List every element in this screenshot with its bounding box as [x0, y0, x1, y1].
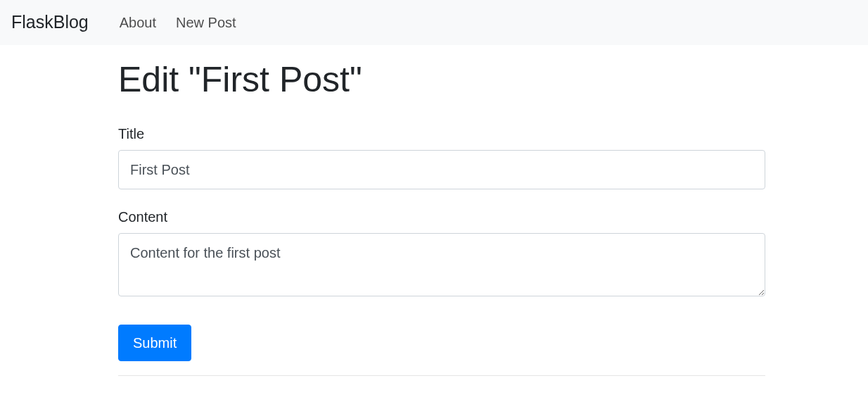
main-container: Edit "First Post" Title Content Content …: [0, 54, 868, 376]
content-label: Content: [118, 206, 765, 227]
page-heading: Edit "First Post": [118, 54, 765, 106]
divider: [118, 375, 765, 376]
nav-link-about[interactable]: About: [111, 6, 165, 39]
nav-link-new-post[interactable]: New Post: [167, 6, 245, 39]
title-input[interactable]: [118, 150, 765, 189]
content-textarea[interactable]: Content for the first post: [118, 233, 765, 296]
brand-link[interactable]: FlaskBlog: [11, 6, 89, 39]
edit-post-form: Title Content Content for the first post…: [118, 123, 765, 361]
title-label: Title: [118, 123, 765, 144]
title-group: Title: [118, 123, 765, 189]
navbar: FlaskBlog About New Post: [0, 0, 868, 45]
submit-button[interactable]: Submit: [118, 325, 191, 361]
content-group: Content Content for the first post: [118, 206, 765, 296]
